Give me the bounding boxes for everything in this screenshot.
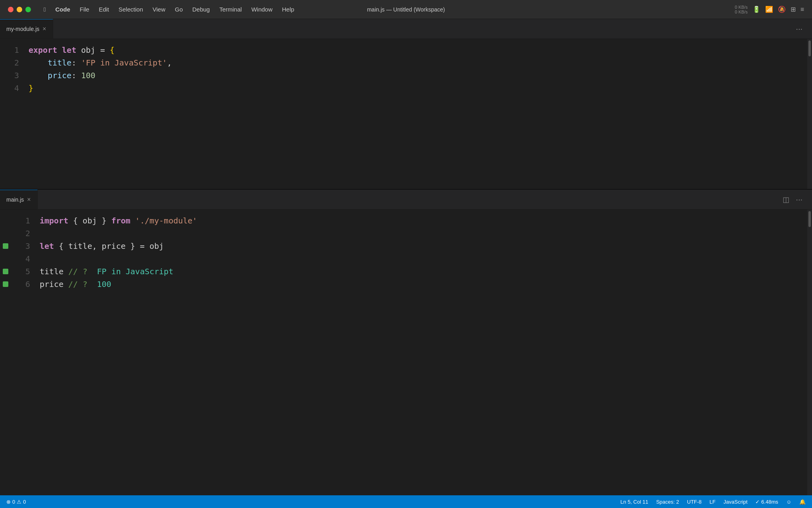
line-num-b5: 5: [11, 265, 36, 278]
top-code-content[interactable]: export let obj = { title : 'FP in JavaSc…: [25, 39, 807, 189]
bottom-scrollbar[interactable]: [807, 210, 812, 495]
menu-terminal[interactable]: Terminal: [215, 4, 246, 14]
tab-my-module[interactable]: my-module.js ×: [0, 19, 53, 38]
editor-container: my-module.js × ··· 1 2 3 4 export let ob…: [0, 19, 812, 495]
bottom-scrollbar-thumb: [808, 211, 811, 227]
line-num-3: 3: [0, 69, 25, 82]
error-icon: ⊗: [6, 499, 11, 505]
line-num-b6: 6: [11, 278, 36, 291]
tab-my-module-close[interactable]: ×: [42, 26, 46, 32]
code-line-b1: import { obj } from './my-module': [36, 214, 807, 227]
top-tab-bar: my-module.js × ···: [0, 19, 812, 39]
status-left: ⊗ 0 ⚠ 0: [6, 499, 26, 505]
network-status: 0 KB/s 0 KB/s: [735, 5, 747, 14]
menu-view[interactable]: View: [149, 4, 169, 14]
menu-bar:  Code File Edit Selection View Go Debug…: [40, 4, 298, 14]
run-indicator-5: [3, 269, 8, 274]
token-let: let: [62, 44, 76, 56]
status-bar: ⊗ 0 ⚠ 0 Ln 5, Col 11 Spaces: 2 UTF-8 LF …: [0, 495, 812, 508]
traffic-lights: [8, 7, 31, 12]
bottom-code-content[interactable]: import { obj } from './my-module' let { …: [36, 210, 807, 495]
minimize-button[interactable]: [17, 7, 22, 12]
line-num-2: 2: [0, 56, 25, 69]
menu-code[interactable]: Code: [51, 4, 74, 14]
code-line-1: export let obj = {: [25, 44, 807, 56]
cursor-position[interactable]: Ln 5, Col 11: [620, 499, 648, 505]
bottom-pane-more-button[interactable]: ···: [793, 193, 806, 206]
tab-main-js-label: main.js: [6, 196, 24, 203]
menu-go[interactable]: Go: [171, 4, 187, 14]
menu-apple[interactable]: : [40, 4, 50, 14]
code-line-b2: [36, 227, 807, 240]
gutter-1: [0, 214, 11, 227]
code-line-b5: title // ? FP in JavaScript: [36, 265, 807, 278]
run-gutter: [0, 210, 11, 495]
run-indicator-6: [3, 281, 8, 287]
file-encoding[interactable]: UTF-8: [687, 499, 702, 505]
wifi-icon: 📶: [765, 6, 773, 13]
window-title: main.js — Untitled (Workspace): [367, 6, 445, 13]
feedback-icon[interactable]: ☺: [786, 499, 791, 505]
timing-badge: ✓ 6.48ms: [755, 499, 778, 505]
tab-main-js-close[interactable]: ×: [27, 196, 31, 203]
top-scrollbar[interactable]: [807, 39, 812, 189]
notification-bell-icon[interactable]: 🔔: [799, 499, 806, 505]
token-title-prop: title: [48, 56, 71, 69]
token-title-ref: title: [40, 265, 63, 278]
tab-my-module-label: my-module.js: [6, 26, 39, 32]
close-button[interactable]: [8, 7, 13, 12]
maximize-button[interactable]: [25, 7, 31, 12]
warning-number: 0: [23, 499, 26, 505]
token-result-5: FP in JavaScript: [97, 265, 174, 278]
code-line-2: title : 'FP in JavaScript' ,: [25, 56, 807, 69]
language-mode[interactable]: JavaScript: [724, 499, 748, 505]
error-count[interactable]: ⊗ 0 ⚠ 0: [6, 499, 26, 505]
line-num-b3: 3: [11, 240, 36, 252]
control-center-icon: ⊞: [791, 6, 796, 13]
token-price-value: 100: [81, 69, 95, 82]
top-code-area: 1 2 3 4 export let obj = { title: [0, 39, 812, 189]
token-title-value: 'FP in JavaScript': [81, 56, 167, 69]
line-num-1: 1: [0, 44, 25, 56]
menu-help[interactable]: Help: [278, 4, 298, 14]
line-ending[interactable]: LF: [710, 499, 716, 505]
menu-window[interactable]: Window: [247, 4, 276, 14]
code-line-4: }: [25, 82, 807, 94]
menu-file[interactable]: File: [76, 4, 93, 14]
bottom-tab-bar: main.js × ◫ ···: [0, 190, 812, 210]
tab-main-js[interactable]: main.js ×: [0, 190, 38, 209]
token-price-prop: price: [48, 69, 71, 82]
bottom-line-numbers: 1 2 3 4 5 6: [11, 210, 36, 495]
token-from: from: [111, 214, 130, 227]
token-import: import: [40, 214, 68, 227]
indentation[interactable]: Spaces: 2: [656, 499, 679, 505]
line-num-b2: 2: [11, 227, 36, 240]
code-line-b3: let { title, price } = obj: [36, 240, 807, 252]
line-num-4: 4: [0, 82, 25, 94]
error-number: 0: [12, 499, 15, 505]
titlebar-right: 0 KB/s 0 KB/s 🔋 📶 🔕 ⊞ ≡: [735, 5, 804, 14]
top-pane-more-button[interactable]: ···: [793, 23, 806, 35]
gutter-2: [0, 227, 11, 240]
titlebar:  Code File Edit Selection View Go Debug…: [0, 0, 812, 19]
token-comment-6: // ?: [63, 278, 97, 291]
token-result-6: 100: [97, 278, 111, 291]
battery-icon: 🔋: [753, 6, 760, 13]
token-brace-close: }: [29, 82, 33, 94]
bottom-code-area: 1 2 3 4 5 6 import { obj } from './my-mo…: [0, 210, 812, 495]
gutter-4: [0, 252, 11, 265]
notification-icon: ≡: [801, 6, 804, 13]
do-not-disturb-icon: 🔕: [778, 6, 786, 13]
top-line-numbers: 1 2 3 4: [0, 39, 25, 189]
split-editor-button[interactable]: ◫: [779, 194, 793, 206]
token-let-b: let: [40, 240, 54, 252]
menu-selection[interactable]: Selection: [115, 4, 147, 14]
gutter-3: [0, 240, 11, 252]
token-export: export: [29, 44, 57, 56]
warning-icon: ⚠: [17, 499, 21, 505]
token-module-path: './my-module': [135, 214, 197, 227]
menu-debug[interactable]: Debug: [188, 4, 214, 14]
top-scrollbar-thumb: [808, 40, 811, 56]
menu-edit[interactable]: Edit: [95, 4, 113, 14]
token-comment-5: // ?: [63, 265, 97, 278]
